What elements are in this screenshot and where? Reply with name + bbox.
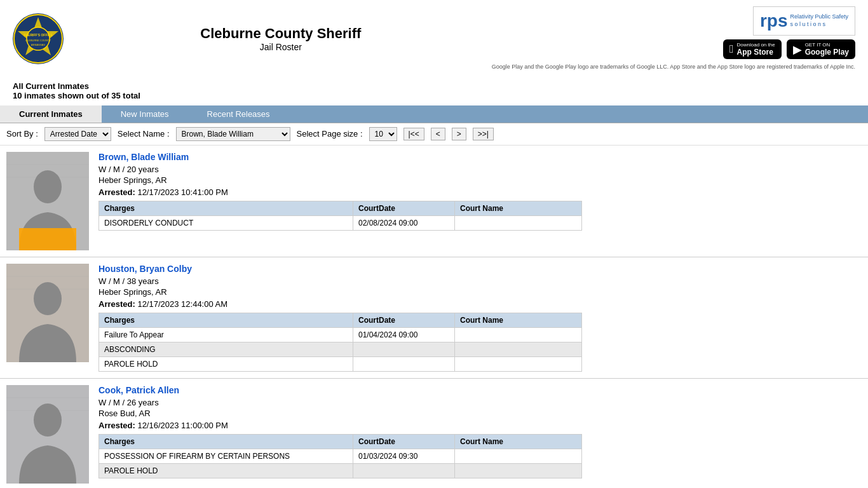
inmate-list: Brown, Blade WilliamW / M / 20 yearsHebe… <box>0 146 868 489</box>
page-size-select[interactable]: 10 25 50 <box>369 127 397 141</box>
court-name-value <box>455 215 582 230</box>
nav-prev-button[interactable]: < <box>431 128 445 140</box>
charge-name: Failure To Appear <box>99 327 353 342</box>
inmate-city: Heber Springs, AR <box>98 287 862 297</box>
charge-name: DISORDERLY CONDUCT <box>99 215 353 230</box>
inmate-arrested-date: Arrested: 12/17/2023 10:41:00 PM <box>98 187 862 197</box>
charges-table: Charges CourtDate Court Name DISORDERLY … <box>98 201 582 231</box>
inmate-photo <box>6 385 89 484</box>
court-date-value: 01/04/2024 09:00 <box>353 327 455 342</box>
court-name-col-header: Court Name <box>455 313 582 327</box>
header-right-block: rps Relativity Public Safety s o l u t i… <box>492 6 855 72</box>
page-subtitle: Jail Roster <box>70 42 492 52</box>
apple-icon:  <box>729 43 734 56</box>
inmate-info-block: Houston, Bryan ColbyW / M / 38 yearsHebe… <box>98 264 862 372</box>
inmate-count-line1: All Current Inmates <box>13 81 855 91</box>
court-name-col-header: Court Name <box>455 201 582 215</box>
svg-text:CLEBURNE COUNTY: CLEBURNE COUNTY <box>25 39 51 42</box>
inmate-arrested-date: Arrested: 12/17/2023 12:44:00 AM <box>98 299 862 309</box>
page-title: Cleburne County Sheriff <box>70 25 492 42</box>
charge-row: PAROLE HOLD <box>99 463 582 478</box>
sort-by-select[interactable]: Arrested Date <box>44 127 111 141</box>
app-store-text: Download on the App Store <box>737 42 775 57</box>
select-name-dropdown[interactable]: Brown, Blade William <box>176 127 290 141</box>
inmate-entry: Cook, Patrick AllenW / M / 26 yearsRose … <box>0 379 868 489</box>
inmate-name[interactable]: Cook, Patrick Allen <box>98 385 862 395</box>
nav-next-button[interactable]: > <box>452 128 466 140</box>
nav-first-button[interactable]: |<< <box>403 128 424 140</box>
svg-point-14 <box>34 282 62 315</box>
court-name-col-header: Court Name <box>455 434 582 449</box>
tab-recent-releases[interactable]: Recent Releases <box>188 105 289 123</box>
rps-tagline: Relativity Public Safety s o l u t i o n… <box>790 13 848 28</box>
tab-new-inmates[interactable]: New Inmates <box>102 105 188 123</box>
inmate-info-block: Cook, Patrick AllenW / M / 26 yearsRose … <box>98 385 862 484</box>
court-date-value <box>353 342 455 356</box>
page-header: SHERIFF'S OFFICE CLEBURNE COUNTY ARKANSA… <box>0 0 868 78</box>
app-badges-container:  Download on the App Store ▶ GET IT ON … <box>723 39 855 59</box>
court-date-value <box>353 463 455 478</box>
court-name-value <box>455 449 582 463</box>
inmate-info-block: Brown, Blade WilliamW / M / 20 yearsHebe… <box>98 152 862 250</box>
charge-row: PAROLE HOLD <box>99 356 582 371</box>
charges-col-header: Charges <box>99 434 353 449</box>
app-store-badge[interactable]:  Download on the App Store <box>723 39 782 59</box>
charges-col-header: Charges <box>99 313 353 327</box>
inmate-demographics: W / M / 26 years <box>98 398 862 407</box>
rps-logo: rps Relativity Public Safety s o l u t i… <box>753 6 855 36</box>
charges-col-header: Charges <box>99 201 353 215</box>
court-name-value <box>455 463 582 478</box>
sort-by-label: Sort By : <box>6 129 38 139</box>
inmate-photo <box>6 264 89 362</box>
charge-row: Failure To Appear 01/04/2024 09:00 <box>99 327 582 342</box>
court-date-col-header: CourtDate <box>353 201 455 215</box>
svg-text:ARKANSAS: ARKANSAS <box>31 43 45 46</box>
header-title-block: Cleburne County Sheriff Jail Roster <box>70 25 492 52</box>
charge-name: PAROLE HOLD <box>99 463 353 478</box>
inmate-arrested-date: Arrested: 12/16/2023 11:00:00 PM <box>98 421 862 430</box>
inmate-entry: Houston, Bryan ColbyW / M / 38 yearsHebe… <box>0 257 868 379</box>
google-play-text: GET IT ON Google Play <box>805 42 849 57</box>
google-play-badge[interactable]: ▶ GET IT ON Google Play <box>787 39 855 59</box>
inmate-photo <box>6 152 89 250</box>
inmate-entry: Brown, Blade WilliamW / M / 20 yearsHebe… <box>0 146 868 257</box>
charge-row: POSSESSION OF FIREARM BY CERTAIN PERSONS… <box>99 449 582 463</box>
inmate-name[interactable]: Brown, Blade William <box>98 152 862 162</box>
nav-last-button[interactable]: >>| <box>473 128 494 140</box>
svg-point-18 <box>34 403 62 437</box>
subheader: All Current Inmates 10 inmates shown out… <box>0 78 868 105</box>
court-name-value <box>455 356 582 371</box>
court-name-value <box>455 342 582 356</box>
nav-tabs: Current Inmates New Inmates Recent Relea… <box>0 105 868 123</box>
court-date-value: 01/03/2024 09:30 <box>353 449 455 463</box>
inmate-city: Rose Bud, AR <box>98 409 862 418</box>
court-name-value <box>455 327 582 342</box>
app-note: Google Play and the Google Play logo are… <box>492 63 855 72</box>
inmate-name[interactable]: Houston, Bryan Colby <box>98 264 862 274</box>
inmate-demographics: W / M / 38 years <box>98 276 862 286</box>
charge-row: ABSCONDING <box>99 342 582 356</box>
sheriff-badge: SHERIFF'S OFFICE CLEBURNE COUNTY ARKANSA… <box>13 13 64 64</box>
inmate-city: Heber Springs, AR <box>98 175 862 185</box>
court-date-col-header: CourtDate <box>353 434 455 449</box>
tab-current-inmates[interactable]: Current Inmates <box>0 105 102 123</box>
controls-bar: Sort By : Arrested Date Select Name : Br… <box>0 123 868 146</box>
charge-name: ABSCONDING <box>99 342 353 356</box>
select-name-label: Select Name : <box>118 129 170 139</box>
charge-name: POSSESSION OF FIREARM BY CERTAIN PERSONS <box>99 449 353 463</box>
charges-table: Charges CourtDate Court Name POSSESSION … <box>98 434 582 478</box>
inmate-demographics: W / M / 20 years <box>98 165 862 174</box>
svg-text:SHERIFF'S OFFICE: SHERIFF'S OFFICE <box>24 33 53 37</box>
inmate-count-line2: 10 inmates shown out of 35 total <box>13 91 855 100</box>
svg-rect-10 <box>19 228 76 250</box>
charge-row: DISORDERLY CONDUCT 02/08/2024 09:00 <box>99 215 582 230</box>
court-date-col-header: CourtDate <box>353 313 455 327</box>
court-date-value: 02/08/2024 09:00 <box>353 215 455 230</box>
charge-name: PAROLE HOLD <box>99 356 353 371</box>
google-play-icon: ▶ <box>793 43 802 57</box>
rps-logo-text: rps <box>760 11 788 31</box>
page-size-label: Select Page size : <box>297 129 363 139</box>
sheriff-badge-container: SHERIFF'S OFFICE CLEBURNE COUNTY ARKANSA… <box>13 13 70 64</box>
court-date-value <box>353 356 455 371</box>
charges-table: Charges CourtDate Court Name Failure To … <box>98 313 582 372</box>
